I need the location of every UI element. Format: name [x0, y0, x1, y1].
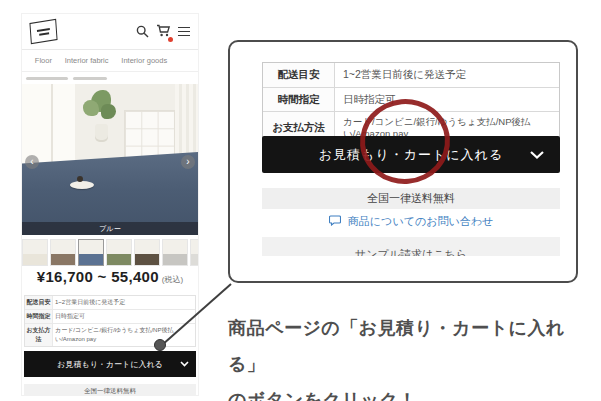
carousel-prev-icon[interactable]: ‹ — [25, 155, 39, 169]
color-thumbnail-0[interactable] — [22, 239, 48, 266]
sample-request-banner-clipped[interactable]: サンプル請求はこちら — [262, 237, 560, 256]
product-photo: ‹ › ブルー — [22, 84, 198, 235]
info-label: 時間指定 — [263, 88, 335, 111]
info-value: 1~2営業日前後に発送予定 — [335, 64, 559, 85]
menu-icon[interactable] — [178, 27, 190, 37]
chevron-down-icon — [180, 361, 189, 367]
color-caption: ブルー — [22, 222, 198, 235]
screenshot-stage: Floor Interior fabric Interior goods ‹ ›… — [0, 0, 601, 401]
instruction-caption: 商品ページの「お見積り・カートに入れる」 のボタンをクリック！ — [228, 310, 593, 401]
color-thumbnail-3[interactable] — [106, 239, 132, 266]
cup — [77, 176, 83, 182]
product-info-table-zoomed: 配送目安 1~2営業日前後に発送予定 時間指定 日時指定可 お支払方法 カード/… — [262, 62, 560, 145]
cart-badge — [168, 37, 173, 42]
nav-item-floor[interactable]: Floor — [35, 56, 52, 65]
search-icon[interactable] — [136, 25, 149, 38]
chevron-down-icon — [530, 151, 544, 159]
shop-header — [22, 14, 198, 50]
color-thumbnail-2[interactable] — [78, 239, 104, 266]
color-thumbnail-5[interactable] — [162, 239, 188, 266]
info-value: 1~2営業日前後に発送予定 — [53, 296, 195, 309]
product-info-table: 配送目安 1~2営業日前後に発送予定 時間指定 日時指定可 お支払方法 カード/… — [24, 295, 196, 347]
color-thumbnail-1[interactable] — [50, 239, 76, 266]
carousel-next-icon[interactable]: › — [181, 155, 195, 169]
add-to-cart-button-zoomed[interactable]: お見積もり・カートに入れる — [262, 136, 560, 173]
tray — [70, 181, 94, 189]
cart-icon[interactable] — [156, 23, 171, 41]
plant — [87, 90, 117, 142]
color-thumbnail-6[interactable] — [190, 239, 198, 266]
zoom-callout-panel: 配送目安 1~2営業日前後に発送予定 時間指定 日時指定可 お支払方法 カード/… — [228, 40, 578, 283]
info-label: お支払方法 — [25, 324, 53, 346]
caption-line-1: 商品ページの「お見積り・カートに入れる」 — [228, 310, 593, 382]
info-value: 日時指定可 — [335, 89, 559, 110]
info-label: 時間指定 — [25, 310, 53, 323]
price: ¥16,700 ~ 55,400 (税込) — [22, 268, 198, 294]
color-thumbnail-4[interactable] — [134, 239, 160, 266]
nav-item-interior-fabric[interactable]: Interior fabric — [65, 56, 109, 65]
nav-item-interior-goods[interactable]: Interior goods — [121, 56, 167, 65]
color-thumbnails — [22, 239, 198, 266]
free-shipping-banner-zoomed: 全国一律送料無料 — [262, 188, 560, 209]
info-value: カード/コンビニ/銀行/ゆうちょ支払/NP後払い/Amazon pay — [53, 324, 195, 346]
price-amount: ¥16,700 ~ 55,400 — [37, 268, 159, 285]
info-label: 配送目安 — [25, 296, 53, 309]
add-to-cart-button[interactable]: お見積もり・カートに入れる — [24, 351, 196, 377]
free-shipping-banner: 全国一律送料無料 — [24, 384, 196, 395]
info-value: 日時指定可 — [53, 310, 195, 323]
shop-logo-icon[interactable] — [29, 19, 57, 44]
inquiry-link-zoomed[interactable]: 商品についてのお問い合わせ — [262, 214, 560, 229]
caption-line-2: のボタンをクリック！ — [228, 382, 593, 401]
clipped-text-row — [22, 72, 198, 84]
category-nav: Floor Interior fabric Interior goods — [22, 50, 198, 72]
product-page-mockup: Floor Interior fabric Interior goods ‹ ›… — [22, 14, 198, 395]
chat-bubble-icon — [329, 215, 341, 226]
info-label: 配送目安 — [263, 63, 335, 87]
price-tax-note: (税込) — [162, 274, 183, 285]
